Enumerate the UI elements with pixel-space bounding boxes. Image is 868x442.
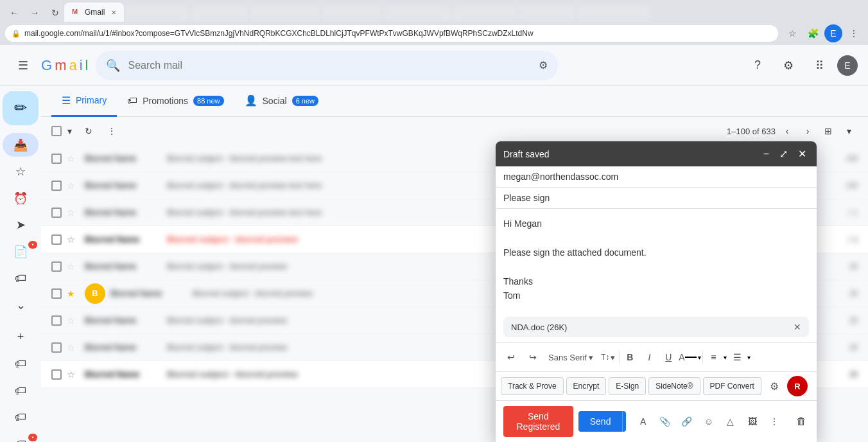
pdf-convert-button[interactable]: PDF Convert	[703, 377, 761, 395]
remove-attachment-button[interactable]: ✕	[794, 322, 801, 332]
drive-button[interactable]: △	[721, 412, 740, 431]
next-page-button[interactable]: ›	[799, 122, 817, 140]
email-checkbox[interactable]	[51, 181, 62, 191]
undo-button[interactable]: ↩	[501, 347, 521, 367]
text-color-chevron[interactable]: ▾	[698, 354, 701, 361]
email-star[interactable]: ☆	[67, 181, 80, 191]
sidebar-item-starred[interactable]: ☆	[3, 159, 39, 184]
email-checkbox[interactable]	[51, 369, 62, 380]
more-options-button[interactable]: ⋮	[101, 121, 122, 141]
insert-link-button[interactable]: 🔗	[677, 412, 697, 431]
bookmark-button[interactable]: ☆	[783, 24, 801, 42]
reload-button[interactable]: ↻	[46, 4, 64, 22]
maximize-button[interactable]: ⤢	[777, 146, 790, 161]
search-bar[interactable]: 🔍 ⚙	[96, 51, 558, 80]
email-checkbox[interactable]	[51, 288, 62, 299]
view-dropdown-button[interactable]: ▾	[840, 122, 858, 140]
email-star[interactable]: ★	[67, 288, 80, 299]
list-button[interactable]: ☰	[728, 348, 746, 366]
close-compose-button[interactable]: ✕	[795, 146, 809, 161]
tab-close-button[interactable]: ✕	[111, 9, 116, 16]
sidenote-button[interactable]: SideNote®	[648, 377, 700, 395]
compose-to-field[interactable]: megan@northendassoc.com	[496, 166, 817, 188]
compose-header[interactable]: Draft saved − ⤢ ✕	[496, 141, 817, 166]
other-tab-3[interactable]	[250, 5, 320, 22]
extension-button[interactable]: 🧩	[804, 24, 822, 42]
prev-page-button[interactable]: ‹	[778, 122, 796, 140]
tab-promotions[interactable]: 🏷 Promotions 88 new	[117, 86, 234, 117]
discard-button[interactable]: 🗑	[794, 412, 809, 431]
email-star[interactable]: ☆	[67, 234, 80, 245]
other-tab-7[interactable]	[518, 5, 576, 22]
email-checkbox[interactable]	[51, 154, 62, 164]
other-tab-6[interactable]	[453, 5, 517, 22]
bold-button[interactable]: B	[621, 348, 639, 366]
profile-button[interactable]: E	[824, 24, 842, 42]
refresh-button[interactable]: ↻	[78, 121, 99, 141]
formatting-button[interactable]: A	[634, 412, 653, 431]
send-options-button[interactable]: ▾	[622, 411, 625, 432]
sidebar-item-drafts[interactable]: 📄 •	[3, 240, 39, 264]
email-checkbox[interactable]	[51, 234, 62, 245]
search-input[interactable]	[128, 60, 531, 71]
italic-button[interactable]: I	[640, 348, 658, 366]
select-all-checkbox[interactable]	[51, 126, 62, 136]
menu-toggle-button[interactable]: ☰	[10, 53, 36, 78]
font-size-selector[interactable]: T↕ ▾	[598, 350, 618, 365]
email-star[interactable]: ☆	[67, 369, 80, 380]
user-avatar[interactable]: E	[837, 55, 858, 76]
sidebar-item-inbox[interactable]: 📥	[3, 133, 39, 157]
email-checkbox[interactable]	[51, 208, 62, 218]
send-registered-button[interactable]: Send Registered	[503, 406, 573, 437]
sidebar-item-tag4[interactable]: 🏷 •	[3, 432, 39, 442]
other-tab-5[interactable]	[384, 5, 451, 22]
search-filter-button[interactable]: ⚙	[539, 59, 548, 71]
text-color-button[interactable]: A	[679, 348, 697, 366]
align-button[interactable]: ≡	[704, 348, 722, 366]
photo-button[interactable]: 🖼	[743, 412, 762, 431]
rpost-button[interactable]: R	[787, 376, 808, 396]
track-prove-button[interactable]: Track & Prove	[501, 377, 564, 395]
back-button[interactable]: ←	[5, 4, 23, 22]
underline-button[interactable]: U	[659, 348, 677, 366]
send-button[interactable]: Send	[578, 411, 623, 432]
email-star[interactable]: ☆	[67, 154, 80, 164]
forward-button[interactable]: →	[26, 4, 44, 22]
email-checkbox[interactable]	[51, 261, 62, 272]
other-tab-8[interactable]	[577, 5, 651, 22]
select-dropdown-button[interactable]: ▾	[63, 121, 76, 141]
sidebar-item-more[interactable]: ⌄	[3, 294, 39, 318]
tab-primary[interactable]: ☰ Primary	[51, 86, 117, 117]
address-bar[interactable]: 🔒 mail.google.com/mail/u/1/#inbox?compos…	[5, 25, 778, 42]
attach-file-button[interactable]: 📎	[655, 412, 675, 431]
more-options-send-button[interactable]: ⋮	[765, 412, 784, 431]
email-star[interactable]: ☆	[67, 342, 80, 353]
encrypt-button[interactable]: Encrypt	[566, 377, 607, 395]
e-sign-button[interactable]: E-Sign	[609, 377, 646, 395]
list-chevron[interactable]: ▾	[747, 354, 751, 361]
sidebar-item-tag2[interactable]: 🏷	[3, 378, 39, 403]
help-button[interactable]: ?	[745, 53, 770, 78]
plugin-settings-button[interactable]: ⚙	[764, 376, 785, 396]
sidebar-item-add[interactable]: +	[3, 325, 39, 349]
sidebar-item-snoozed[interactable]: ⏰	[3, 186, 39, 211]
search-button[interactable]: 🔍	[106, 58, 120, 73]
email-star[interactable]: ☆	[67, 208, 80, 218]
compose-body[interactable]: Hi Megan Please sign the attached docume…	[496, 209, 817, 312]
other-tab-1[interactable]	[125, 5, 189, 22]
active-tab[interactable]: M Gmail ✕	[64, 3, 124, 22]
align-chevron[interactable]: ▾	[724, 354, 727, 361]
sidebar-item-tag3[interactable]: 🏷	[3, 405, 39, 430]
view-toggle-button[interactable]: ⊞	[819, 122, 837, 140]
minimize-button[interactable]: −	[761, 147, 772, 161]
sidebar-item-sent[interactable]: ➤	[3, 213, 39, 238]
compose-button[interactable]: ✏	[3, 91, 39, 125]
other-tab-2[interactable]	[191, 5, 248, 22]
redo-button[interactable]: ↪	[523, 347, 543, 367]
email-star[interactable]: ☆	[67, 315, 80, 326]
emoji-button[interactable]: ☺	[699, 412, 718, 431]
email-star[interactable]: ☆	[67, 261, 80, 272]
tab-social[interactable]: 👤 Social 6 new	[234, 86, 329, 117]
font-family-selector[interactable]: Sans Serif ▾	[544, 350, 597, 365]
apps-button[interactable]: ⠿	[806, 53, 832, 78]
